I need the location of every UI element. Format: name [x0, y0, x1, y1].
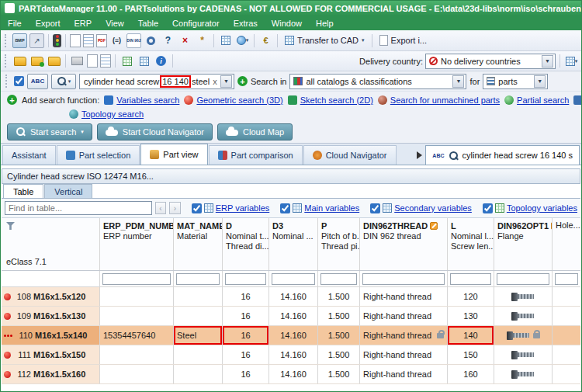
filter-input-thread[interactable]	[362, 273, 445, 285]
cell-l[interactable]: 150	[448, 345, 494, 364]
cell-p[interactable]: 1.500	[318, 326, 360, 345]
partial-search-link[interactable]: Partial search	[504, 95, 569, 105]
cell-p[interactable]: 1.500	[318, 287, 360, 306]
cell-erp[interactable]	[100, 287, 174, 306]
table-view-icon[interactable]	[120, 54, 134, 68]
help-icon[interactable]: ?	[161, 33, 175, 48]
toolbar-grip[interactable]	[5, 34, 9, 47]
sketch-search-link[interactable]: Sketch search (2D)	[288, 95, 373, 105]
cell-erp[interactable]	[100, 365, 174, 383]
delivery-country-select[interactable]: No delivery countries ▼	[425, 54, 556, 69]
cell-opt1[interactable]	[494, 287, 553, 306]
cell-erp[interactable]	[100, 345, 174, 364]
cell-thread[interactable]: Right-hand thread	[360, 307, 448, 325]
search-options-button[interactable]: ▾	[51, 74, 76, 89]
settings-gear-icon[interactable]	[144, 33, 158, 48]
preview-icon[interactable]	[87, 54, 98, 68]
cell-thread[interactable]: Right-hand thread	[360, 365, 448, 383]
cell-p[interactable]: 1.500	[318, 345, 360, 364]
text-search-mode-button[interactable]: ABC	[27, 74, 48, 89]
currency-icon[interactable]: €	[258, 33, 273, 48]
toggle-erp-variables[interactable]: ERP variables	[192, 203, 270, 213]
cell-d3[interactable]: 14.160	[269, 326, 318, 345]
table-document-icon[interactable]	[83, 34, 94, 47]
tab-part-view[interactable]: Part view	[140, 144, 207, 165]
menu-view[interactable]: View	[99, 16, 131, 30]
column-header-d[interactable]: DNominal t...Thread di...	[223, 218, 269, 270]
open-project-icon[interactable]	[12, 54, 27, 68]
toggle-topology-variables[interactable]: Topology variables	[483, 203, 577, 213]
menu-help[interactable]: Help	[309, 16, 341, 30]
find-previous-button[interactable]: ‹	[155, 202, 167, 214]
tab-assistant[interactable]: Assistant	[2, 145, 56, 165]
info-icon[interactable]: i	[154, 54, 168, 68]
cell-d3[interactable]: 14.160	[269, 287, 318, 306]
cell-d[interactable]: 16	[223, 365, 269, 383]
toolbar-grip[interactable]	[5, 54, 9, 68]
cell-material[interactable]	[174, 287, 223, 306]
din962-settings-icon[interactable]: DIN 962	[126, 33, 141, 48]
tab-cloud-navigator[interactable]: Cloud Navigator	[303, 145, 397, 165]
table-row-111[interactable]: 111M16x1.5x150 16 14.160 1.500 Right-han…	[2, 345, 580, 365]
variables-search-link[interactable]: Variables search	[104, 95, 179, 105]
cell-thread[interactable]: Right-hand thread	[360, 345, 448, 364]
column-header-l[interactable]: LNominal l...Screw len...	[448, 218, 494, 270]
pdf-export-icon[interactable]: PDF	[96, 34, 107, 47]
filter-input-d[interactable]	[225, 273, 266, 285]
fulltext-search-checkbox[interactable]	[14, 76, 24, 86]
formula-view-icon[interactable]: (≡)	[109, 33, 124, 48]
cloud-map-button[interactable]: Cloud Map	[217, 123, 293, 140]
cell-l[interactable]: 130	[448, 307, 494, 325]
remove-icon[interactable]: ×	[178, 33, 192, 48]
datasheet-icon[interactable]	[70, 34, 81, 47]
tab-part-selection[interactable]: Part selection	[57, 145, 140, 165]
cell-p[interactable]: 1.500	[318, 307, 360, 325]
copy-table-icon[interactable]	[100, 54, 111, 68]
filter-input-mat[interactable]	[176, 273, 220, 285]
search-in-select[interactable]: all catalogs & classifications ▼	[289, 74, 466, 89]
cell-material-highlighted[interactable]: Steel	[174, 326, 223, 345]
toggle-secondary-variables[interactable]: Secondary variables	[370, 203, 472, 213]
menu-window[interactable]: Window	[265, 16, 309, 30]
table-row-112[interactable]: 112M16x1.5x160 16 14.160 1.500 Right-han…	[2, 365, 580, 384]
cell-d3[interactable]: 14.160	[269, 365, 318, 383]
cell-l-highlighted[interactable]: 140	[448, 326, 494, 345]
column-header-din962thread[interactable]: DIN962THREADDIN 962 thread	[360, 218, 448, 270]
menu-erp[interactable]: ERP	[68, 16, 99, 30]
filter-input-erp[interactable]	[102, 273, 171, 285]
search-history-dropdown-icon[interactable]: ▼	[220, 75, 232, 88]
topology-search-link[interactable]: Topology search	[69, 109, 144, 119]
classification-search-link[interactable]: Classifica...	[573, 95, 581, 105]
column-header-hole[interactable]: Hole...	[553, 218, 580, 270]
menu-table[interactable]: Table	[131, 16, 165, 30]
start-search-button[interactable]: Start search ▾	[7, 123, 92, 140]
cell-opt1[interactable]	[494, 307, 553, 325]
traffic-light-icon[interactable]	[53, 34, 61, 47]
transfer-to-cad-button[interactable]: Transfer to CAD ▾	[282, 36, 368, 45]
clear-search-icon[interactable]: x	[210, 77, 220, 86]
table-row-109[interactable]: 109M16x1.5x130 16 14.160 1.500 Right-han…	[2, 307, 580, 326]
cell-material[interactable]	[174, 345, 223, 364]
cell-d[interactable]: 16	[223, 345, 269, 364]
cell-opt1[interactable]	[494, 345, 553, 364]
new-search-icon[interactable]: *	[195, 33, 210, 48]
filter-input-opt1[interactable]	[497, 273, 549, 285]
cell-l[interactable]: 120	[448, 287, 494, 306]
column-header-din962opt1[interactable]: DIN962OPT1Flange	[494, 218, 553, 270]
filter-input-l[interactable]	[450, 273, 491, 285]
cell-material[interactable]	[174, 365, 223, 383]
geometric-search-link[interactable]: Geometric search (3D)	[184, 95, 282, 105]
tab-search-result[interactable]: ABC cylinder head screw 16 140 s	[425, 145, 580, 165]
language-icon[interactable]: ▾	[235, 33, 250, 48]
favorites-folder-icon[interactable]	[47, 54, 61, 68]
toolbar-grip[interactable]	[5, 75, 9, 88]
tab-table[interactable]: Table	[3, 184, 43, 198]
table-settings-icon[interactable]	[137, 54, 151, 68]
bmp-export-icon[interactable]: BMP	[12, 33, 27, 48]
find-next-button[interactable]: ›	[169, 202, 181, 214]
table-corner-header[interactable]: eClass 7.1	[2, 218, 100, 270]
open-linked-project-icon[interactable]	[29, 54, 44, 68]
cell-d-highlighted[interactable]: 16	[223, 326, 269, 345]
cell-d[interactable]: 16	[223, 307, 269, 325]
start-cloud-navigator-button[interactable]: Start Cloud Navigator	[97, 123, 213, 140]
